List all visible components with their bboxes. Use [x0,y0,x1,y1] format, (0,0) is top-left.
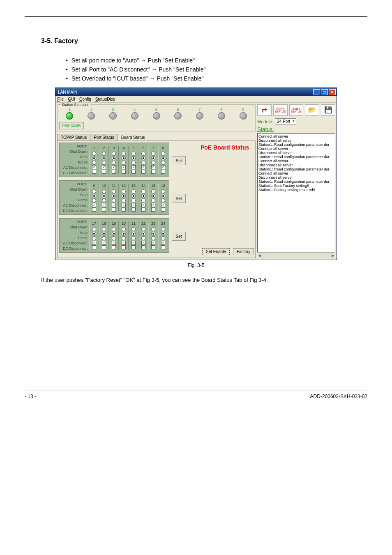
force-radio[interactable] [151,161,155,165]
dc-disconnect-checkbox[interactable] [151,170,155,174]
auto-radio[interactable] [102,156,106,160]
set-button[interactable]: Set [172,194,186,203]
force-radio[interactable] [122,236,126,240]
shutdown-radio[interactable] [161,227,165,231]
force-radio[interactable] [161,236,165,240]
dc-disconnect-checkbox[interactable] [92,170,96,174]
tab-port-status[interactable]: Port Status [90,134,118,140]
force-radio[interactable] [141,236,145,240]
auto-radio[interactable] [102,232,106,236]
auto-radio[interactable] [151,232,155,236]
station-6[interactable]: 6 [168,108,189,120]
force-radio[interactable] [92,236,96,240]
ac-disconnect-checkbox[interactable]: ✓ [161,165,165,169]
dc-disconnect-checkbox[interactable] [131,170,136,174]
force-radio[interactable] [92,161,96,165]
station-9[interactable]: 9 [233,108,254,120]
auto-radio[interactable] [102,194,106,198]
dc-disconnect-checkbox[interactable] [102,245,106,249]
dc-disconnect-checkbox[interactable] [102,170,106,174]
maximize-button[interactable]: □ [321,89,328,95]
set-button[interactable]: Set [172,232,186,241]
model-button[interactable]: PSE-324IR [59,122,84,129]
shutdown-radio[interactable] [131,227,136,231]
auto-radio[interactable] [92,194,96,198]
station-8[interactable]: 8 [211,108,232,120]
station-4[interactable]: 4 [124,108,145,120]
minimize-button[interactable]: _ [313,89,320,95]
menu-statusdisp[interactable]: StatusDisp [95,97,115,101]
ac-disconnect-checkbox[interactable]: ✓ [102,165,106,169]
dc-disconnect-checkbox[interactable] [141,170,145,174]
dc-disconnect-checkbox[interactable] [151,207,155,212]
dc-disconnect-checkbox[interactable] [161,170,165,174]
auto-radio[interactable] [92,156,96,160]
ac-disconnect-checkbox[interactable]: ✓ [102,241,106,245]
shutdown-radio[interactable] [92,227,96,231]
auto-radio[interactable] [122,156,126,160]
tab-board-status[interactable]: Board Status [118,134,149,140]
force-radio[interactable] [112,236,116,240]
auto-radio[interactable] [131,232,136,236]
force-radio[interactable] [131,198,136,203]
dc-disconnect-checkbox[interactable] [102,207,106,212]
station-3[interactable]: 3 [103,108,124,120]
shutdown-radio[interactable] [102,227,106,231]
ac-disconnect-checkbox[interactable]: ✓ [131,165,136,169]
ac-disconnect-checkbox[interactable]: ✓ [141,203,145,207]
auto-radio[interactable] [161,194,165,198]
station-2[interactable]: 2 [81,108,102,120]
menu-file[interactable]: File [57,97,64,101]
dc-disconnect-checkbox[interactable] [161,245,165,249]
dc-disconnect-checkbox[interactable] [131,207,136,212]
auto-radio[interactable] [151,156,155,160]
dc-disconnect-checkbox[interactable] [92,207,96,212]
dc-disconnect-checkbox[interactable] [112,170,116,174]
dc-disconnect-checkbox[interactable] [141,245,145,249]
shutdown-radio[interactable] [112,227,116,231]
shutdown-radio[interactable] [141,189,145,193]
shutdown-radio[interactable] [131,152,136,156]
ac-disconnect-checkbox[interactable]: ✓ [151,165,155,169]
ac-disconnect-checkbox[interactable]: ✓ [131,203,136,207]
ac-disconnect-checkbox[interactable]: ✓ [112,203,116,207]
auto-radio[interactable] [161,232,165,236]
force-radio[interactable] [131,161,136,165]
dc-disconnect-checkbox[interactable] [112,207,116,212]
shutdown-radio[interactable] [122,227,126,231]
shutdown-radio[interactable] [92,152,96,156]
auto-radio[interactable] [122,194,126,198]
force-radio[interactable] [122,198,126,203]
shutdown-radio[interactable] [151,189,155,193]
force-radio[interactable] [102,198,106,203]
force-radio[interactable] [151,236,155,240]
auto-radio[interactable] [161,156,165,160]
dc-disconnect-checkbox[interactable] [131,245,136,249]
factory-button[interactable]: Factory [233,248,254,255]
menu-config[interactable]: Config [79,97,91,101]
auto-radio[interactable] [112,156,116,160]
force-radio[interactable] [112,161,116,165]
ac-disconnect-checkbox[interactable]: ✓ [141,165,145,169]
ac-disconnect-checkbox[interactable]: ✓ [161,241,165,245]
force-radio[interactable] [151,198,155,203]
module-select[interactable]: 24 Port [275,118,296,124]
tab-tcpip-status[interactable]: TCP/IP Status [57,134,90,140]
ac-disconnect-checkbox[interactable]: ✓ [122,241,126,245]
shutdown-radio[interactable] [92,189,96,193]
board-status-button[interactable]: Board STATUS [289,104,304,116]
dc-disconnect-checkbox[interactable] [92,245,96,249]
auto-radio[interactable] [122,232,126,236]
shutdown-radio[interactable] [112,189,116,193]
station-5[interactable]: 5 [146,108,167,120]
force-radio[interactable] [141,161,145,165]
auto-radio[interactable] [141,232,145,236]
shutdown-radio[interactable] [151,227,155,231]
connect-icon[interactable]: ⇄ [257,104,272,116]
ac-disconnect-checkbox[interactable]: ✓ [92,241,96,245]
ac-disconnect-checkbox[interactable]: ✓ [151,203,155,207]
auto-radio[interactable] [112,194,116,198]
dc-disconnect-checkbox[interactable] [122,170,126,174]
shutdown-radio[interactable] [161,189,165,193]
port-status-button[interactable]: PORT STATUS [273,104,288,116]
